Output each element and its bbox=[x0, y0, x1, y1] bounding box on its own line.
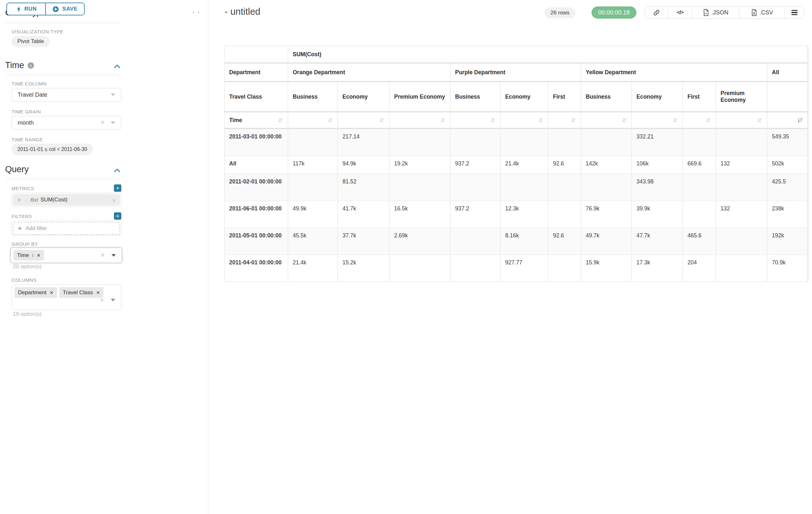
columns-select[interactable]: Department✕Travel Class✕ ✕ bbox=[11, 284, 121, 310]
sort-icon[interactable] bbox=[537, 117, 544, 124]
time-grain-select[interactable]: month ✕ bbox=[11, 116, 121, 130]
remove-tag-icon[interactable]: ✕ bbox=[50, 290, 54, 295]
add-filter-button[interactable]: + Add filter bbox=[13, 222, 120, 235]
clear-icon[interactable]: ✕ bbox=[100, 252, 105, 259]
metrics-control: ✕ f(x) SUM(Cost) › bbox=[11, 193, 121, 207]
pivot-col-header: Economy bbox=[501, 82, 549, 112]
sort-icon[interactable] bbox=[672, 117, 678, 124]
groupby-tag-time[interactable]: Timei✕ bbox=[13, 250, 44, 261]
pivot-sort-cell[interactable] bbox=[716, 112, 767, 129]
pivot-value-cell bbox=[389, 174, 451, 201]
sort-icon[interactable] bbox=[570, 117, 577, 124]
sort-icon[interactable] bbox=[756, 117, 763, 124]
sort-icon[interactable] bbox=[439, 117, 446, 124]
clear-icon[interactable]: ✕ bbox=[100, 119, 105, 126]
pivot-table: SUM(Cost)DepartmentOrange DepartmentPurp… bbox=[224, 46, 809, 282]
pivot-value-cell bbox=[581, 129, 632, 156]
pivot-col-header bbox=[767, 82, 808, 112]
chart-title[interactable]: - untitled bbox=[225, 6, 260, 17]
pivot-corner-cell bbox=[225, 46, 288, 63]
divider bbox=[5, 23, 121, 23]
columns-tag-travel-class-label: Travel Class bbox=[63, 290, 93, 296]
sort-icon[interactable] bbox=[378, 117, 385, 124]
remove-tag-icon[interactable]: ✕ bbox=[96, 290, 100, 295]
pivot-col-header: Business bbox=[451, 82, 501, 112]
save-button[interactable]: SAVE bbox=[46, 3, 84, 15]
pivot-value-cell: 937.2 bbox=[451, 201, 501, 228]
pivot-row-label: 2011-03-01 00:00:00 bbox=[225, 129, 288, 156]
pivot-sort-cell[interactable] bbox=[632, 112, 683, 129]
panel-divider bbox=[208, 0, 208, 514]
time-range-pill[interactable]: 2011-01-01 ≤ col < 2011-06-30 bbox=[11, 143, 93, 155]
collapse-time-section-icon[interactable] bbox=[113, 62, 121, 71]
pivot-sort-cell[interactable] bbox=[389, 112, 451, 129]
view-query-button[interactable]: </> bbox=[668, 7, 692, 18]
remove-metric-icon[interactable]: ✕ bbox=[13, 197, 26, 203]
sort-icon[interactable] bbox=[277, 117, 284, 124]
pivot-data-row: 2011-05-01 00:00:0045.5k37.7k2.69k8.16k9… bbox=[225, 228, 808, 255]
sort-descending-icon[interactable] bbox=[796, 117, 803, 124]
metrics-label: METRICS bbox=[11, 186, 34, 191]
share-link-button[interactable] bbox=[645, 7, 668, 18]
pivot-value-cell: 17.3k bbox=[632, 255, 683, 282]
add-metric-button[interactable]: + bbox=[114, 184, 121, 192]
info-icon[interactable]: i bbox=[32, 252, 33, 258]
columns-tag-travel-class[interactable]: Travel Class✕ bbox=[59, 287, 104, 298]
pivot-value-cell bbox=[288, 129, 338, 156]
time-column-select[interactable]: Travel Date bbox=[11, 88, 121, 102]
sort-icon[interactable] bbox=[489, 117, 496, 124]
run-button[interactable]: RUN bbox=[7, 3, 46, 15]
pivot-value-cell: 8.16k bbox=[501, 228, 549, 255]
file-csv-icon bbox=[751, 9, 757, 16]
pivot-value-cell: 117k bbox=[288, 156, 338, 174]
pivot-value-cell bbox=[683, 129, 716, 156]
pivot-value-cell bbox=[683, 174, 716, 201]
remove-tag-icon[interactable]: ✕ bbox=[37, 253, 40, 258]
more-options-button[interactable] bbox=[785, 7, 804, 18]
pivot-sort-cell[interactable] bbox=[338, 112, 389, 129]
pivot-value-cell bbox=[288, 174, 338, 201]
pivot-value-cell bbox=[716, 228, 767, 255]
add-filter-plus-button[interactable]: + bbox=[114, 212, 121, 220]
pivot-sort-cell[interactable] bbox=[451, 112, 501, 129]
group-by-select[interactable]: Timei✕ ✕ bbox=[10, 248, 122, 263]
query-section-heading: Query bbox=[5, 164, 29, 174]
sort-icon[interactable] bbox=[621, 117, 628, 124]
collapse-query-section-icon[interactable] bbox=[113, 166, 121, 175]
pivot-value-cell bbox=[451, 174, 501, 201]
export-csv-button[interactable]: .CSV bbox=[739, 7, 785, 18]
pivot-value-cell: 192k bbox=[767, 228, 808, 255]
info-icon[interactable]: i bbox=[27, 62, 34, 69]
columns-tag-department[interactable]: Department✕ bbox=[14, 287, 57, 298]
sort-icon[interactable] bbox=[705, 117, 712, 124]
json-button-label: .JSON bbox=[711, 9, 728, 16]
pivot-sort-cell[interactable] bbox=[288, 112, 338, 129]
pivot-row-dim-department: Department bbox=[225, 63, 288, 82]
clear-icon[interactable]: ✕ bbox=[100, 297, 104, 304]
visualization-type-pill[interactable]: Pivot Table bbox=[11, 36, 50, 47]
pivot-value-cell: 106k bbox=[632, 156, 683, 174]
chevron-down-icon bbox=[111, 93, 115, 96]
pivot-sort-cell[interactable] bbox=[501, 112, 549, 129]
sort-icon[interactable] bbox=[327, 117, 334, 124]
run-button-label: RUN bbox=[24, 6, 37, 12]
group-by-label: GROUP BY bbox=[11, 241, 38, 247]
pivot-sort-cell[interactable] bbox=[683, 112, 716, 129]
pivot-value-cell: 45.5k bbox=[288, 228, 338, 255]
pivot-value-cell bbox=[451, 129, 501, 156]
pivot-value-cell bbox=[683, 201, 716, 228]
pivot-value-cell: 238k bbox=[767, 201, 808, 228]
groupby-tag-time-label: Time bbox=[17, 252, 29, 259]
pivot-value-cell: 132 bbox=[716, 201, 767, 228]
filters-label: FILTERS bbox=[11, 214, 32, 219]
pivot-value-cell bbox=[716, 129, 767, 156]
metric-pill[interactable]: ✕ f(x) SUM(Cost) › bbox=[13, 194, 120, 206]
pivot-sort-cell[interactable] bbox=[767, 112, 808, 129]
pivot-value-cell: 132 bbox=[716, 156, 767, 174]
chevron-right-icon[interactable]: › bbox=[107, 196, 120, 204]
pivot-sort-cell[interactable] bbox=[549, 112, 581, 129]
pivot-sort-cell[interactable] bbox=[581, 112, 632, 129]
pivot-row-label: 2011-05-01 00:00:00 bbox=[225, 228, 288, 255]
columns-label: COLUMNS bbox=[11, 277, 37, 283]
export-json-button[interactable]: .JSON bbox=[692, 7, 739, 18]
